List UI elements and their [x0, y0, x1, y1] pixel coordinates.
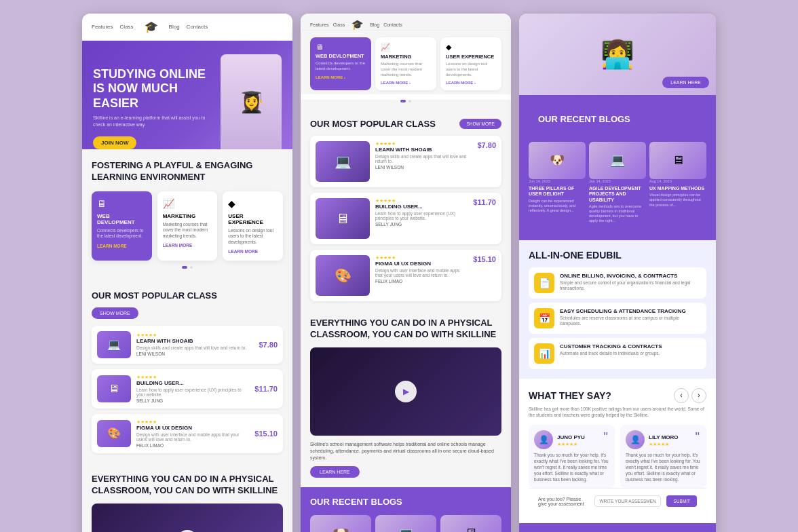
feature-ux-link[interactable]: LEARN MORE	[228, 249, 278, 254]
next-arrow[interactable]: ›	[691, 388, 706, 403]
class-info-0: ★★★★★ LEARN WITH SHOAIB Design skills an…	[136, 332, 253, 356]
prev-arrow[interactable]: ‹	[674, 388, 689, 403]
mid-popular-title: OUR MOST POPULAR CLASS	[310, 119, 436, 130]
mid-class-info-1: ★★★★★ BUILDING USER... Learn how to appl…	[375, 198, 468, 227]
class-author-0: LENI WILSON	[136, 352, 253, 356]
left-nav: Features Class 🎓 Blog Contacts	[82, 14, 292, 41]
feature-marketing-link[interactable]: LEARN MORE	[163, 243, 212, 248]
quote-icon-0: "	[604, 430, 608, 444]
mid-learn-here-button[interactable]: LEARN HERE	[310, 466, 360, 478]
class-item-2: 🎨 ★★★★★ FIGMA UI UX DESIGN Design with u…	[92, 414, 283, 453]
mid-class-detail-1: Learn how to apply user experience (UX) …	[375, 211, 468, 221]
mid-marketing-text: Marketing courses that cover the most mo…	[381, 62, 431, 77]
testimonial-subtitle: Skilline has got more than 100K positive…	[529, 406, 706, 418]
mid-blog-section: OUR RECENT BLOGS 🐶 Jun 14, 2023 THREE PI…	[301, 487, 511, 532]
physical-title: EVERYTHING YOU CAN DO IN A PHYSICAL CLAS…	[92, 474, 283, 497]
left-nav-links-right: Blog Contacts	[169, 24, 208, 30]
feature-web-link[interactable]: LEARN MORE	[97, 244, 147, 248]
right-blog-item-text-1: Agile methods aim to overcome quality ba…	[589, 204, 646, 224]
right-blog-item-2: 🖥 Aug 14, 2023 UX MAPPING METHODS Visual…	[649, 142, 706, 224]
mid-blog-img-0: 🐶	[310, 515, 371, 532]
mid-class-price-2: $15.10	[473, 255, 496, 263]
mid-blog-cards: 🐶 Jun 14, 2023 THREE PILLARS OF USER DEL…	[310, 515, 501, 532]
feature-marketing-title: MARKETING	[163, 213, 212, 219]
right-blog-item-1: 💻 Jun 14, 2023 AGILE DEVELOPMENT PROJECT…	[589, 142, 646, 224]
mid-web-link[interactable]: LEARN MORE ›	[316, 75, 366, 79]
submit-button[interactable]: SUBMIT	[666, 495, 697, 507]
nav-blog[interactable]: Blog	[169, 24, 180, 30]
hero-join-button[interactable]: JOIN NOW	[93, 136, 136, 149]
class-list: 💻 ★★★★★ LEARN WITH SHOAIB Design skills …	[92, 326, 283, 453]
mid-web-title: WEB DEVLOPMENT	[316, 53, 366, 59]
testimonial-text-0: Thank you so much for your help. It's ex…	[534, 452, 609, 482]
hero-text: STUDYING ONLINE IS NOW MUCH EASIER Skill…	[93, 67, 214, 149]
mid-class-detail-0: Design skills and create apps that will …	[375, 154, 472, 164]
testimonial-card-0: " 👤 JUNO PYU ★★★★★ Thank you so much for…	[529, 425, 615, 488]
fostering-section: FOSTERING A PLAYFUL & ENGAGING LEARNING …	[82, 149, 292, 280]
mid-class-stars-0: ★★★★★	[375, 141, 472, 147]
left-panel: Features Class 🎓 Blog Contacts STUDYING …	[82, 14, 292, 532]
feature-ux-text: Lessons on design tool users to the late…	[228, 228, 278, 245]
show-more-button[interactable]: SHOW MORE	[92, 307, 138, 319]
right-allinone-item-2: 📊 CUSTOMER TRACKING & CONTRACTS Automate…	[529, 338, 706, 369]
right-blog-item-title-1: AGILE DEVELOPMENT PROJECTS AND USABILITY	[589, 186, 646, 203]
left-nav-links: Features Class	[92, 24, 134, 30]
feature-marketing-text: Marketing courses that cover the most mo…	[163, 222, 212, 239]
assessment-input[interactable]	[594, 495, 661, 507]
mid-nav-contacts[interactable]: Contacts	[383, 22, 402, 27]
hero-title: STUDYING ONLINE IS NOW MUCH EASIER	[93, 67, 214, 111]
testimonial-name-0: JUNO PYU	[557, 434, 585, 440]
right-allinone-content-1: EASY SCHEDULING & ATTENDANCE TRACKING Sc…	[560, 308, 701, 327]
right-panel: 👩‍💻 LEARN HERE OUR RECENT BLOGS 🐶 Jun 14…	[519, 14, 716, 532]
mid-class-0: 💻 ★★★★★ LEARN WITH SHOAIB Design skills …	[310, 136, 501, 187]
mid-blog-card-2: 🖥 Aug 14, 2023 UX MAPPING METHODS Visual…	[440, 515, 501, 532]
feature-web-title: WEB DEVLOPMENT	[97, 213, 147, 225]
marketing-icon: 📈	[163, 198, 212, 209]
dots-indicator	[92, 266, 283, 269]
mid-show-more-button[interactable]: SHOW MORE	[459, 119, 501, 129]
class-thumb-2: 🎨	[97, 420, 131, 447]
mid-ux-link[interactable]: LEARN MORE ›	[446, 81, 496, 85]
mid-nav-class[interactable]: Class	[333, 22, 345, 27]
mid-marketing-link[interactable]: LEARN MORE ›	[381, 81, 431, 85]
subscribe-section: SUBSCRIBE TO GET OUR NEWSLETTER SUBSCRIB…	[519, 523, 716, 532]
right-allinone-item-1: 📅 EASY SCHEDULING & ATTENDANCE TRACKING …	[529, 303, 706, 334]
mid-play-button[interactable]: ▶	[395, 381, 417, 402]
mid-ux-text: Lessons on design tool users to the late…	[446, 62, 496, 77]
mid-class-author-2: FELIX LIMAO	[375, 279, 468, 284]
nav-contacts[interactable]: Contacts	[187, 24, 208, 30]
right-blog-date-0: Jun 14, 2023	[529, 179, 586, 183]
right-allinone-title: ALL-IN-ONE EDUBIL	[529, 250, 706, 261]
mid-class-name-0: LEARN WITH SHOAIB	[375, 147, 472, 153]
class-info-2: ★★★★★ FIGMA UI UX DESIGN Design with use…	[136, 419, 249, 448]
right-cta-button[interactable]: LEARN HERE	[662, 77, 709, 88]
testimonial-header: WHAT THEY SAY? ‹ ›	[529, 388, 706, 403]
mid-blog-title: OUR RECENT BLOGS	[310, 497, 501, 508]
class-thumb-1: 🖥	[97, 375, 131, 402]
mid-dots	[301, 100, 511, 108]
quote-icon-1: "	[696, 430, 700, 444]
mid-physical-desc: Skilline's school management software he…	[310, 441, 501, 461]
class-price-0: $7.80	[259, 341, 278, 349]
testimonial-stars-0: ★★★★★	[557, 442, 585, 447]
right-allinone-item-title-0: ONLINE BILLING, INVOICING, & CONTRACTS	[560, 273, 701, 279]
class-author-1: SELLY JUNG	[136, 398, 249, 403]
assessment-row: Are you too? Please give your assessment…	[529, 488, 706, 514]
class-name-0: LEARN WITH SHOAIB	[136, 338, 253, 344]
testimonial-avatar-1: 👤	[626, 430, 645, 449]
right-allinone-item-0: 📄 ONLINE BILLING, INVOICING, & CONTRACTS…	[529, 267, 706, 299]
testimonial-avatar-0: 👤	[534, 430, 553, 449]
mid-nav-blog[interactable]: Blog	[370, 22, 379, 27]
feature-web-text: Connects developers to the latest develo…	[97, 228, 147, 240]
testimonial-name-1: LILY MORO	[649, 434, 679, 440]
mid-blog-img-2: 🖥	[440, 515, 501, 532]
mid-class-thumb-0: 💻	[316, 141, 370, 182]
mid-nav-features[interactable]: Features	[310, 22, 329, 27]
class-info-1: ★★★★★ BUILDING USER... Learn how to appl…	[136, 375, 249, 403]
popular-section: OUR MOST POPULAR CLASS SHOW MORE 💻 ★★★★★…	[82, 280, 292, 464]
mid-class-author-0: LENI WILSON	[375, 165, 472, 170]
assessment-text: Are you too? Please give your assessment	[538, 497, 589, 506]
nav-class[interactable]: Class	[120, 24, 134, 30]
mid-class-author-1: SELLY JUNG	[375, 222, 468, 227]
nav-features[interactable]: Features	[92, 24, 113, 30]
